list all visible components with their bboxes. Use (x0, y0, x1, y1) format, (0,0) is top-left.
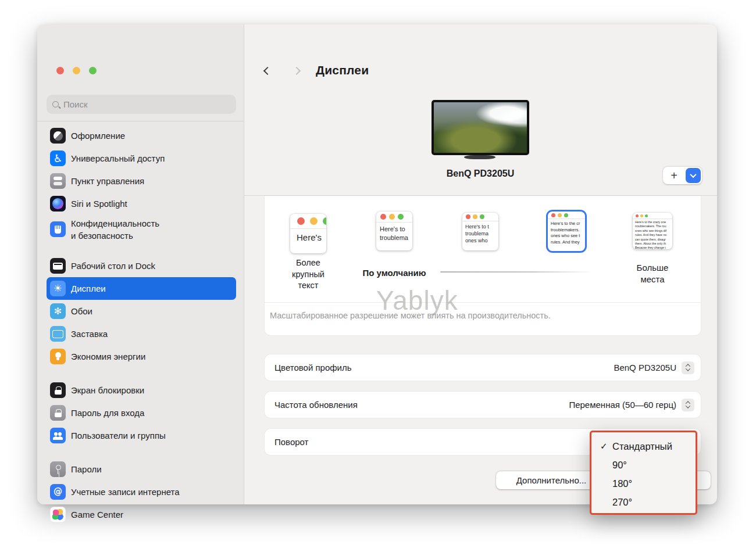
scaling-option-label: По умолчанию (354, 267, 435, 279)
display-thumbnail[interactable] (432, 100, 529, 155)
sidebar-item-label: Конфиденциальность и безопасность (71, 217, 159, 242)
chevron-down-icon (690, 171, 696, 178)
game-center-icon (50, 507, 66, 522)
mini-window-titlebar (548, 212, 585, 219)
sidebar-item-control-center[interactable]: Пункт управления (47, 170, 236, 192)
sidebar-item-label: Универсальный доступ (71, 152, 165, 164)
privacy-icon (50, 221, 66, 237)
mini-traffic-dot (564, 213, 568, 217)
sidebar-item-login-password[interactable]: Пароль для входа (47, 402, 236, 424)
sidebar-item-label: Заставка (71, 328, 108, 340)
mini-window-titlebar (633, 213, 672, 219)
sidebar-item-label: Оформление (71, 130, 125, 142)
rotation-menu-item-label: Стандартный (612, 441, 672, 452)
sidebar-item-siri[interactable]: Siri и Spotlight (47, 192, 236, 215)
sidebar-item-label: Пункт управления (71, 175, 144, 187)
page-title: Дисплеи (316, 63, 369, 77)
mini-traffic-dot (473, 214, 477, 219)
sidebar-item-lock-screen[interactable]: Экран блокировки (47, 379, 236, 402)
sidebar-item-passwords[interactable]: Пароли (47, 458, 236, 481)
lock-glyph (55, 386, 62, 395)
mini-traffic-dot (480, 214, 484, 219)
rotation-menu-item[interactable]: 180° (591, 474, 696, 493)
mini-window-text: Here's to the crazy one troublemakers. T… (633, 219, 672, 249)
rotation-menu-item-label: 180° (612, 478, 632, 489)
scaling-option-5[interactable]: Here's to the crazy one troublemakers. T… (633, 213, 672, 249)
rotation-menu-item[interactable]: ✓Стандартный (591, 437, 696, 456)
accessibility-icon: ♿ (50, 150, 66, 166)
sidebar-item-label: Game Center (71, 508, 123, 521)
add-display-button[interactable]: + (663, 169, 685, 182)
key-glyph (55, 465, 60, 474)
sidebar-item-energy[interactable]: Экономия энергии (47, 345, 236, 368)
sidebar-item-displays[interactable]: ☀Дисплеи (47, 277, 236, 300)
mini-traffic-dot (297, 217, 305, 225)
rotation-menu-item[interactable]: 90° (591, 456, 696, 474)
scaling-option-2[interactable]: Here's to troublema (376, 212, 412, 250)
lock-glyph (55, 409, 62, 417)
lightbulb-glyph (55, 352, 62, 361)
sidebar-item-game-center[interactable]: Game Center (47, 503, 236, 526)
back-button[interactable] (261, 64, 274, 78)
mini-traffic-dot (389, 214, 395, 220)
setting-value: Переменная (50—60 герц) (569, 400, 676, 410)
mini-window-text: Here's to t troublema ones who (462, 221, 498, 244)
scaling-option-3[interactable]: Here's to t troublema ones who (462, 213, 498, 250)
mini-window-text: Here's (290, 229, 326, 242)
sidebar-item-label: Экономия энергии (71, 350, 145, 363)
sidebar-group: Пароли@Учетные записи интернетаGame Cent… (47, 458, 236, 526)
color-profile-row[interactable]: Цветовой профильBenQ PD3205U (265, 354, 701, 381)
displays-icon: ☀ (50, 281, 66, 296)
mini-traffic-dot (636, 214, 639, 217)
sidebar-item-wallpaper[interactable]: ✻Обои (47, 300, 236, 322)
display-stand (464, 155, 495, 159)
lock-screen-icon (50, 382, 66, 398)
sidebar-item-accessibility[interactable]: ♿Универсальный доступ (47, 147, 236, 170)
setting-label: Поворот (274, 437, 309, 447)
rotation-menu-item-label: 270° (612, 497, 632, 508)
sidebar-item-appearance[interactable]: Оформление (47, 124, 236, 147)
scaling-option-1[interactable]: Here's (290, 214, 326, 253)
forward-button[interactable] (290, 64, 304, 78)
sidebar-item-label: Дисплеи (71, 282, 106, 295)
refresh-rate-row[interactable]: Частота обновленияПеременная (50—60 герц… (265, 392, 701, 418)
mini-traffic-dot (310, 217, 318, 225)
sun-glyph: ☀ (54, 284, 62, 293)
display-name: BenQ PD3205U (364, 169, 597, 179)
sidebar-item-label: Учетные записи интернета (71, 486, 180, 498)
display-options-dropdown-button[interactable] (686, 168, 701, 183)
zoom-window-button[interactable] (89, 67, 97, 74)
add-display-control: + (663, 167, 702, 184)
sidebar-group: Экран блокировкиПароль для входаПользова… (47, 379, 236, 447)
popup-stepper-icon[interactable] (682, 399, 694, 411)
close-window-button[interactable] (56, 67, 64, 74)
minimize-window-button[interactable] (73, 67, 80, 74)
search-field[interactable] (47, 95, 236, 114)
accessibility-glyph: ♿ (53, 153, 62, 164)
display-wallpaper (434, 102, 527, 153)
scaling-note: Масштабированное разрешение может влиять… (270, 311, 551, 320)
mini-traffic-dot (398, 214, 404, 220)
sidebar-item-privacy[interactable]: Конфиденциальность и безопасность (47, 215, 236, 243)
checkmark-icon: ✓ (600, 441, 612, 451)
scaling-option-4[interactable]: Here's to the cr troublemakers. ones who… (548, 212, 585, 251)
sidebar-item-screensaver[interactable]: Заставка (47, 322, 236, 345)
rotation-menu-item[interactable]: 270° (591, 493, 696, 511)
sidebar-item-desktop-dock[interactable]: Рабочий стол и Dock (47, 255, 236, 277)
sidebar-item-label: Рабочий стол и Dock (71, 260, 155, 272)
internet-accounts-icon: @ (50, 484, 66, 500)
flower-glyph: ✻ (54, 307, 62, 316)
sidebar-item-label: Экран блокировки (71, 384, 144, 396)
sidebar-item-users-groups[interactable]: Пользователи и группы (47, 424, 236, 447)
wallpaper-icon: ✻ (50, 303, 66, 319)
mini-traffic-dot (466, 214, 470, 219)
popup-stepper-icon[interactable] (682, 361, 694, 374)
users-groups-icon (50, 428, 66, 443)
login-password-icon (50, 405, 66, 421)
rotation-menu-item-label: 90° (612, 460, 627, 471)
setting-label: Частота обновления (274, 400, 358, 410)
sidebar-item-internet-accounts[interactable]: @Учетные записи интернета (47, 481, 236, 503)
people-glyph (52, 432, 63, 440)
search-input[interactable] (63, 99, 230, 109)
chevron-down-icon (686, 404, 690, 408)
